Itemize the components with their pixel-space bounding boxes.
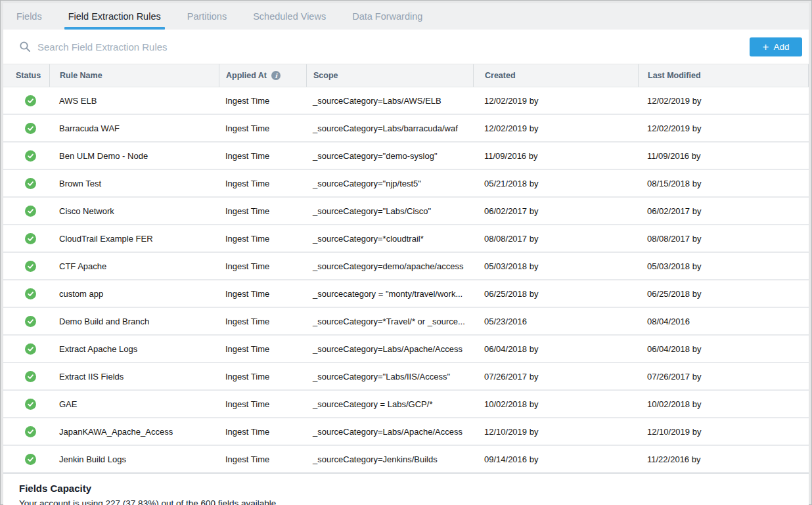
status-cell bbox=[3, 87, 49, 114]
rule-name-cell: CloudTrail Example FER bbox=[49, 225, 219, 252]
status-enabled-icon bbox=[25, 150, 36, 162]
scope-cell: _sourceCategory=*cloudtrail* bbox=[306, 225, 473, 252]
created-cell: 08/08/2017 by bbox=[473, 225, 638, 252]
table-row[interactable]: AWS ELB Ingest Time _sourceCategory=Labs… bbox=[3, 87, 809, 115]
rule-name-cell: Barracuda WAF bbox=[49, 115, 219, 141]
tab-scheduled-views[interactable]: Scheduled Views bbox=[249, 3, 330, 30]
table-row[interactable]: Brown Test Ingest Time _sourceCategory="… bbox=[3, 170, 809, 198]
status-enabled-icon bbox=[25, 261, 36, 272]
last-modified-cell: 07/26/2017 by bbox=[638, 363, 809, 389]
status-cell bbox=[3, 225, 49, 252]
status-cell bbox=[3, 418, 49, 445]
table-body: AWS ELB Ingest Time _sourceCategory=Labs… bbox=[3, 87, 809, 473]
table-row[interactable]: CTF Apache Ingest Time _sourceCategory=d… bbox=[3, 253, 809, 280]
table-row[interactable]: CloudTrail Example FER Ingest Time _sour… bbox=[3, 225, 809, 253]
column-header-rule-name[interactable]: Rule Name bbox=[49, 64, 219, 87]
scope-cell: _sourcecategory = "monty/travel/work... bbox=[306, 280, 473, 307]
last-modified-cell: 05/03/2018 by bbox=[638, 253, 809, 279]
tab-fields[interactable]: Fields bbox=[12, 3, 46, 30]
status-enabled-icon bbox=[25, 399, 36, 410]
last-modified-cell: 11/09/2016 by bbox=[638, 143, 809, 169]
plus-icon: + bbox=[763, 41, 769, 53]
scope-cell: _sourceCategory=*Travel/* or _source... bbox=[306, 308, 473, 334]
tab-data-forwarding[interactable]: Data Forwarding bbox=[348, 3, 426, 30]
status-cell bbox=[3, 308, 49, 334]
column-header-scope[interactable]: Scope bbox=[306, 64, 473, 87]
status-cell bbox=[3, 446, 49, 472]
table-row[interactable]: Extract Apache Logs Ingest Time _sourceC… bbox=[3, 336, 809, 363]
table-row[interactable]: JapanKAWA_Apache_Access Ingest Time _sou… bbox=[3, 418, 809, 446]
created-cell: 05/23/2016 bbox=[473, 308, 638, 334]
scope-cell: _sourceCategory=Labs/AWS/ELB bbox=[306, 87, 473, 114]
created-cell: 05/21/2018 by bbox=[473, 170, 638, 196]
tab-bar: Fields Field Extraction Rules Partitions… bbox=[3, 3, 809, 30]
tab-field-extraction-rules[interactable]: Field Extraction Rules bbox=[64, 3, 165, 30]
rule-name-cell: Ben ULM Demo - Node bbox=[49, 143, 219, 169]
table-row[interactable]: Cisco Network Ingest Time _sourceCategor… bbox=[3, 198, 809, 225]
created-cell: 05/03/2018 by bbox=[473, 253, 638, 279]
table-row[interactable]: custom app Ingest Time _sourcecategory =… bbox=[3, 280, 809, 308]
last-modified-cell: 12/02/2019 by bbox=[638, 87, 809, 114]
status-cell bbox=[3, 253, 49, 279]
scope-cell: _sourceCategory=Labs/Apache/Access bbox=[306, 336, 473, 362]
applied-at-cell: Ingest Time bbox=[219, 418, 306, 445]
created-cell: 12/10/2019 by bbox=[473, 418, 638, 445]
search-icon bbox=[19, 41, 31, 53]
applied-at-cell: Ingest Time bbox=[219, 143, 306, 169]
status-enabled-icon bbox=[25, 371, 36, 382]
scope-cell: _sourceCategory="njp/test5" bbox=[306, 170, 473, 196]
table-row[interactable]: GAE Ingest Time _sourceCategory = Labs/G… bbox=[3, 391, 809, 418]
table-row[interactable]: Demo Build and Branch Ingest Time _sourc… bbox=[3, 308, 809, 336]
rule-name-cell: AWS ELB bbox=[49, 87, 219, 114]
created-cell: 09/14/2016 by bbox=[473, 446, 638, 472]
status-enabled-icon bbox=[25, 206, 36, 217]
table-row[interactable]: Jenkin Build Logs Ingest Time _sourceCat… bbox=[3, 446, 809, 473]
column-header-last-modified[interactable]: Last Modified bbox=[638, 64, 809, 87]
search-field-wrap bbox=[3, 41, 750, 53]
status-enabled-icon bbox=[25, 178, 36, 189]
rule-name-cell: Jenkin Build Logs bbox=[49, 446, 219, 472]
status-enabled-icon bbox=[25, 454, 36, 465]
applied-at-cell: Ingest Time bbox=[219, 87, 306, 114]
status-enabled-icon bbox=[25, 426, 36, 437]
applied-at-cell: Ingest Time bbox=[219, 391, 306, 417]
status-cell bbox=[3, 391, 49, 417]
column-header-applied-at[interactable]: Applied At i bbox=[219, 64, 306, 87]
column-header-status[interactable]: Status bbox=[3, 64, 49, 87]
created-cell: 12/02/2019 by bbox=[473, 87, 638, 114]
add-button[interactable]: + Add bbox=[750, 37, 802, 56]
scope-cell: _sourceCategory="Labs/Cisco" bbox=[306, 198, 473, 224]
search-input[interactable] bbox=[36, 41, 750, 53]
status-enabled-icon bbox=[25, 316, 36, 327]
status-cell bbox=[3, 115, 49, 141]
status-cell bbox=[3, 143, 49, 169]
applied-at-cell: Ingest Time bbox=[219, 363, 306, 389]
scope-cell: _sourceCategory="Labs/IIS/Access" bbox=[306, 363, 473, 389]
applied-at-cell: Ingest Time bbox=[219, 170, 306, 196]
table-row[interactable]: Extract IIS Fields Ingest Time _sourceCa… bbox=[3, 363, 809, 391]
table-row[interactable]: Ben ULM Demo - Node Ingest Time _sourceC… bbox=[3, 143, 809, 170]
info-icon[interactable]: i bbox=[271, 71, 281, 80]
rule-name-cell: Cisco Network bbox=[49, 198, 219, 224]
app-window: Fields Field Extraction Rules Partitions… bbox=[0, 0, 812, 505]
applied-at-cell: Ingest Time bbox=[219, 308, 306, 334]
applied-at-cell: Ingest Time bbox=[219, 115, 306, 141]
fields-capacity-title: Fields Capacity bbox=[19, 483, 793, 494]
tab-partitions[interactable]: Partitions bbox=[183, 3, 231, 30]
column-header-created[interactable]: Created bbox=[473, 64, 638, 87]
rule-name-cell: Brown Test bbox=[49, 170, 219, 196]
scope-cell: _sourceCategory=Labs/barracuda/waf bbox=[306, 115, 473, 141]
scope-cell: _sourceCategory=Labs/Apache/Access bbox=[306, 418, 473, 445]
applied-at-cell: Ingest Time bbox=[219, 253, 306, 279]
last-modified-cell: 08/15/2018 by bbox=[638, 170, 809, 196]
applied-at-cell: Ingest Time bbox=[219, 280, 306, 307]
table-row[interactable]: Barracuda WAF Ingest Time _sourceCategor… bbox=[3, 115, 809, 143]
last-modified-cell: 06/04/2018 by bbox=[638, 336, 809, 362]
table-header: Status Rule Name Applied At i Scope Crea… bbox=[3, 64, 809, 87]
scope-cell: _sourceCategory=Jenkins/Builds bbox=[306, 446, 473, 472]
last-modified-cell: 08/08/2017 by bbox=[638, 225, 809, 252]
created-cell: 10/02/2018 by bbox=[473, 391, 638, 417]
last-modified-cell: 08/04/2016 bbox=[638, 308, 809, 334]
last-modified-cell: 06/25/2018 by bbox=[638, 280, 809, 307]
scope-cell: _sourceCategory = Labs/GCP/* bbox=[306, 391, 473, 417]
